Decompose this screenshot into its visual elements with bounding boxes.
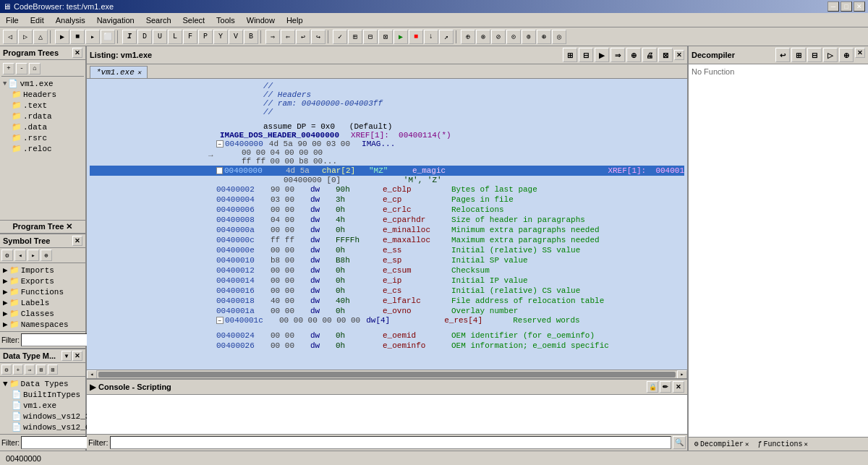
tb-b[interactable]: B: [244, 30, 258, 44]
dt-tool5[interactable]: ⊠: [48, 364, 58, 375]
dt-btn1[interactable]: ▼: [61, 351, 72, 361]
sym-btn3[interactable]: ▸: [27, 249, 39, 261]
tb-img3[interactable]: ⊠: [378, 30, 393, 44]
tb-step2[interactable]: ↗: [439, 30, 454, 44]
line-ecsum[interactable]: 00400012 00 00 dw 0h e_csum Checksum: [90, 265, 684, 276]
line-ess[interactable]: 0040000e 00 00 dw 0h e_ss Initial (relat…: [90, 245, 684, 255]
tb-misc3[interactable]: ⊘: [491, 30, 506, 44]
tree-vm1exe[interactable]: ▼ 📄 vm1.exe: [1, 78, 84, 89]
tb-run[interactable]: ▶: [393, 30, 408, 44]
menu-tools[interactable]: Tools: [210, 14, 241, 26]
code-area[interactable]: → // // Headers // ram: 00400000-004003f…: [87, 79, 687, 370]
decompiler-close[interactable]: ✕: [855, 48, 865, 58]
tb-misc7[interactable]: ◎: [552, 30, 566, 44]
expand-emagic[interactable]: −: [216, 167, 223, 174]
tb-export[interactable]: ⇒: [265, 30, 280, 44]
tb-step[interactable]: ↓: [424, 30, 438, 44]
listing-tb1[interactable]: ⊞: [563, 48, 577, 62]
console-btn1[interactable]: 🔒: [647, 381, 658, 393]
menu-navigation[interactable]: Navigation: [91, 14, 140, 26]
menu-help[interactable]: Help: [281, 14, 309, 26]
tb-misc6[interactable]: ⊛: [537, 30, 551, 44]
maximize-button[interactable]: □: [841, 1, 852, 12]
menu-window[interactable]: Window: [241, 14, 281, 26]
listing-tb5[interactable]: ⊕: [626, 48, 641, 62]
line-emaxalloc[interactable]: 0040000c ff ff dw FFFFh e_maxalloc Maxim…: [90, 235, 684, 245]
dt-tool4[interactable]: ⊞: [36, 364, 46, 375]
tb-u[interactable]: U: [153, 30, 167, 44]
dec-btn1[interactable]: ↩: [775, 48, 790, 62]
back-button[interactable]: ◁: [3, 30, 17, 44]
scroll-right-btn[interactable]: ▸: [677, 370, 687, 379]
line-ecp[interactable]: 00400004 03 00 dw 3h e_cp Pages in file: [90, 195, 684, 205]
tree-rdata[interactable]: 📁 .rdata: [1, 111, 84, 121]
program-trees-close[interactable]: ✕: [72, 48, 82, 58]
menu-analysis[interactable]: Analysis: [50, 14, 91, 26]
menu-select[interactable]: Select: [177, 14, 211, 26]
sym-imports[interactable]: ▶ 📁 Imports: [1, 265, 84, 276]
tree-collapse-btn[interactable]: -: [16, 63, 27, 74]
tb-img2[interactable]: ⊟: [363, 30, 378, 44]
tb-d[interactable]: D: [137, 30, 152, 44]
tb-y[interactable]: Y: [213, 30, 228, 44]
tb-btn-1[interactable]: ▶: [55, 30, 69, 44]
decompiler-tab-close[interactable]: ✕: [745, 440, 749, 448]
tree-rsrc[interactable]: 📁 .rsrc: [1, 132, 84, 143]
dt-vm1exe[interactable]: 📄 vm1.exe: [1, 400, 84, 411]
sym-btn4[interactable]: ⊕: [41, 249, 52, 261]
tb-img1[interactable]: ⊞: [348, 30, 362, 44]
functions-tab-close[interactable]: ✕: [804, 440, 808, 448]
tb-l[interactable]: L: [168, 30, 182, 44]
line-ecs[interactable]: 00400016 00 00 dw 0h e_cs Initial (relat…: [90, 286, 684, 296]
dec-btn2[interactable]: ⊞: [791, 48, 806, 62]
line-ecparhdr[interactable]: 00400008 04 00 dw 4h e_cparhdr Size of h…: [90, 215, 684, 225]
console-content[interactable]: [87, 395, 687, 434]
line-esp[interactable]: 00400010 b8 00 dw B8h e_sp Initial SP va…: [90, 255, 684, 265]
listing-tb3[interactable]: ▶: [595, 48, 609, 62]
forward-button[interactable]: ▷: [18, 30, 33, 44]
tb-v[interactable]: V: [229, 30, 243, 44]
expand-eres[interactable]: −: [216, 317, 224, 324]
tb-import[interactable]: ⇐: [281, 30, 295, 44]
console-close[interactable]: ✕: [673, 381, 684, 393]
scroll-left-btn[interactable]: ◂: [87, 370, 97, 379]
line-elfarlc[interactable]: 00400018 40 00 dw 40h e_lfarlc File addr…: [90, 296, 684, 306]
tb-check[interactable]: ✓: [333, 30, 347, 44]
listing-close[interactable]: ✕: [674, 50, 684, 60]
line-eoemid[interactable]: 00400024 00 00 dw 0h e_oemid OEM identif…: [90, 330, 684, 341]
tb-misc5[interactable]: ⊚: [522, 30, 536, 44]
listing-tb7[interactable]: ⊠: [658, 48, 673, 62]
tree-reloc[interactable]: 📁 .reloc: [1, 143, 84, 154]
dt-builtin[interactable]: 📄 BuiltInTypes: [1, 389, 84, 400]
line-eminalloc[interactable]: 0040000a 00 00 dw 0h e_minalloc Minimum …: [90, 225, 684, 235]
dt-tool3[interactable]: ⇒: [25, 364, 35, 375]
dt-tool2[interactable]: +: [13, 364, 23, 375]
menu-file[interactable]: File: [0, 14, 25, 26]
tree-expand-btn[interactable]: +: [3, 63, 14, 74]
listing-tb2[interactable]: ⊟: [579, 48, 593, 62]
line-eovno[interactable]: 0040001a 00 00 dw 0h e_ovno Overlay numb…: [90, 306, 684, 316]
expand-block-1[interactable]: −: [216, 140, 224, 148]
tb-stop[interactable]: ■: [409, 30, 423, 44]
dec-btn5[interactable]: ⊕: [839, 48, 854, 62]
tb-misc4[interactable]: ⊙: [506, 30, 521, 44]
line-eip[interactable]: 00400014 00 00 dw 0h e_ip Initial IP val…: [90, 276, 684, 286]
h-scroll-thumb[interactable]: [98, 372, 676, 377]
tree-text[interactable]: 📁 .text: [1, 100, 84, 111]
tree-home-btn[interactable]: ⌂: [29, 63, 41, 74]
console-filter-btn[interactable]: 🔍: [673, 436, 686, 449]
sym-exports[interactable]: ▶ 📁 Exports: [1, 276, 84, 286]
tb-btn-3[interactable]: ▸: [85, 30, 100, 44]
tree-data[interactable]: 📁 .data: [1, 121, 84, 132]
dt-win64[interactable]: 📄 windows_vs12_64: [1, 422, 84, 432]
sym-namespaces[interactable]: ▶ 📁 Namespaces: [1, 319, 84, 330]
minimize-button[interactable]: ─: [827, 1, 839, 12]
tb-f[interactable]: F: [183, 30, 197, 44]
sym-btn1[interactable]: ⚙: [1, 249, 13, 261]
up-button[interactable]: △: [33, 30, 48, 44]
tb-redo[interactable]: ↪: [311, 30, 326, 44]
tree-headers[interactable]: 📁 Headers: [1, 89, 84, 100]
listing-tab-vm1[interactable]: *vm1.exe ✕: [90, 66, 148, 78]
dt-win32[interactable]: 📄 windows_vs12_32: [1, 411, 84, 422]
data-type-close[interactable]: ✕: [72, 351, 82, 361]
